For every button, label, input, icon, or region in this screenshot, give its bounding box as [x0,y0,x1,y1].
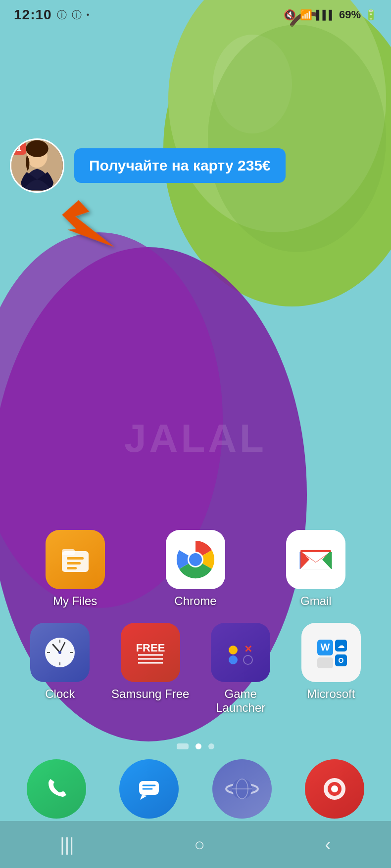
svg-rect-47 [139,781,159,795]
dock-item-screen-recorder[interactable] [305,759,364,819]
internet-icon [212,759,272,819]
svg-point-38 [229,655,238,664]
dock-item-phone[interactable] [27,759,86,819]
back-button[interactable]: ‹ [310,829,346,860]
page-dots [0,743,391,749]
battery-icon: 🔋 [365,9,377,21]
phone-icon [27,759,86,819]
info-icon2: ⓘ [72,8,82,22]
microsoft-icon: W ☁ O [301,623,361,682]
app-row-1: My Files [15,530,376,608]
samsung-free-label: Samsung Free [111,687,189,701]
tooltip-text: Получайте на карту 235€ [89,157,271,174]
svg-rect-13 [67,562,81,564]
battery-percentage: 69% [339,8,361,21]
svg-rect-11 [62,549,75,555]
tooltip-bubble[interactable]: Получайте на карту 235€ [74,148,286,183]
my-files-icon [46,530,105,589]
dock-item-internet[interactable] [212,759,272,819]
svg-rect-14 [67,567,77,569]
chrome-label: Chrome [174,594,216,608]
notification-badge: 1 [11,140,26,155]
app-item-microsoft[interactable]: W ☁ O Microsoft [292,623,371,715]
status-bar: 12:10 ⓘ ⓘ • 🔇 📶 ▌▌▌ 69% 🔋 [0,0,391,30]
svg-point-57 [331,785,338,792]
mute-icon: 🔇 [284,9,296,21]
svg-rect-23 [300,550,331,552]
game-launcher-icon: ✕ [211,623,270,682]
svg-rect-12 [67,557,84,560]
svg-text:O: O [338,656,343,664]
gmail-icon [286,530,345,589]
app-item-samsung-free[interactable]: FREE Samsung Free [111,623,190,715]
status-time: 12:10 [14,7,52,23]
app-item-gmail[interactable]: Gmail [276,530,355,608]
gmail-label: Gmail [300,594,332,608]
notification-area: 1 Получайте на карту 235€ [10,138,286,193]
user-avatar[interactable]: 1 [10,138,64,193]
app-item-chrome[interactable]: Chrome [156,530,235,608]
svg-rect-46 [317,657,333,668]
game-launcher-label: Game Launcher [216,687,265,715]
svg-text:FREE: FREE [136,642,165,654]
recents-button[interactable]: ||| [45,829,89,860]
clock-label: Clock [45,687,75,701]
info-icon1: ⓘ [57,8,67,22]
svg-point-31 [58,651,61,654]
svg-text:W: W [320,642,330,652]
app-item-clock[interactable]: Clock [20,623,99,715]
svg-point-39 [244,655,252,664]
signal-icon: ▌▌▌ [316,10,335,20]
page-dot-menu[interactable] [177,743,189,749]
svg-point-9 [26,140,48,157]
nav-bar: ||| ○ ‹ [0,821,391,868]
app-item-my-files[interactable]: My Files [36,530,115,608]
app-item-game-launcher[interactable]: ✕ Game Launcher [201,623,280,715]
status-icons-group: 🔇 📶 ▌▌▌ 69% 🔋 [284,8,377,21]
samsung-free-icon: FREE [121,623,180,682]
wifi-icon: 📶 [300,9,312,21]
svg-text:☁: ☁ [338,642,344,650]
dock [0,759,391,819]
svg-text:✕: ✕ [244,644,252,654]
dot-indicator: • [87,10,90,19]
my-files-label: My Files [53,594,97,608]
svg-point-18 [192,556,199,564]
home-button[interactable]: ○ [179,829,220,860]
dock-item-messages[interactable] [119,759,179,819]
screen-recorder-icon [305,759,364,819]
svg-point-36 [229,646,238,654]
microsoft-label: Microsoft [307,687,355,701]
app-grid: My Files [0,530,391,730]
page-dot-2[interactable] [196,743,201,749]
clock-icon [30,623,90,682]
page-dot-3[interactable] [208,743,214,749]
messages-icon [119,759,179,819]
chrome-icon [166,530,225,589]
app-row-2: Clock FREE Samsung Free ✕ [15,623,376,715]
